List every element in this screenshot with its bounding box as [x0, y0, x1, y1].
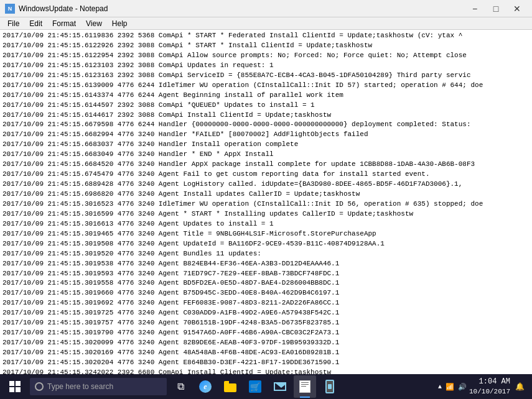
log-line: 2017/10/09 21:45:15.6139009 4776 6244 Id…: [2, 81, 530, 91]
log-line: 2017/10/09 21:45:15.3019558 4776 3240 Ag…: [2, 278, 530, 288]
notepad-taskbar-icon: [299, 380, 310, 393]
log-line: 2017/10/09 21:45:15.6683049 4776 3240 Ha…: [2, 150, 530, 160]
log-line: 2017/10/09 21:45:15.3019757 4776 3240 Ag…: [2, 318, 530, 328]
log-line: 2017/10/09 21:45:15.3019520 4776 3240 Ag…: [2, 249, 530, 259]
logo-quad-1: [9, 381, 14, 386]
log-line: 2017/10/09 21:45:15.6889428 4776 3240 Ag…: [2, 180, 530, 190]
menu-edit[interactable]: Edit: [24, 18, 47, 29]
log-line: 2017/10/09 21:45:15.3019660 4776 3240 Ag…: [2, 288, 530, 298]
log-line: 2017/10/09 21:45:15.3020169 4776 3240 Ag…: [2, 348, 530, 358]
log-line: 2017/10/09 21:45:15.3019725 4776 3240 Ag…: [2, 308, 530, 318]
search-icon: [35, 382, 44, 391]
window-title: WindowsUpdate - Notepad: [19, 4, 108, 13]
log-line: 2017/10/09 21:45:15.6986820 4776 3240 Ag…: [2, 190, 530, 200]
log-line: 2017/10/09 21:45:15.6745479 4776 3240 Ag…: [2, 170, 530, 180]
log-line: 2017/10/09 21:45:15.3020204 4776 3240 Ag…: [2, 358, 530, 368]
menu-file[interactable]: File: [2, 18, 24, 29]
log-line: 2017/10/09 21:45:15.3242022 2392 6680 Co…: [2, 368, 530, 374]
maximize-button[interactable]: □: [486, 2, 506, 15]
window-controls: − □ ✕: [465, 2, 527, 15]
log-line: 2017/10/09 21:45:15.6122926 2392 3088 Co…: [2, 41, 530, 51]
menu-format[interactable]: Format: [47, 18, 81, 29]
log-line: 2017/10/09 21:45:15.3019593 4776 3240 Ag…: [2, 269, 530, 279]
mail-icon: [274, 382, 286, 391]
menu-view[interactable]: View: [81, 18, 107, 29]
file-explorer-icon: [224, 381, 236, 392]
notepad-app-icon: N: [5, 4, 15, 14]
volume-icon[interactable]: 🔊: [458, 383, 467, 391]
search-placeholder: Type here to search: [47, 382, 113, 391]
taskview-icon: ⧉: [177, 381, 184, 393]
phone-icon: [325, 380, 334, 393]
taskview-button[interactable]: ⧉: [169, 375, 192, 398]
log-line: 2017/10/09 21:45:15.3020099 4776 3240 Ag…: [2, 338, 530, 348]
ie-icon: e: [199, 380, 212, 393]
tray-icons: ▲ 📶 🔊: [438, 383, 467, 391]
log-line: 2017/10/09 21:45:15.3016523 4776 3240 Id…: [2, 200, 530, 209]
log-line: 2017/10/09 21:45:15.3016599 4776 3240 Ag…: [2, 209, 530, 219]
log-container[interactable]: 2017/10/09 21:45:15.6119836 2392 5368 Co…: [0, 30, 532, 374]
system-tray: ▲ 📶 🔊 1:04 AM 10/10/2017 🔔: [438, 377, 530, 397]
log-line: 2017/10/09 21:45:15.6122954 2392 3088 Co…: [2, 51, 530, 61]
menu-help[interactable]: Help: [107, 18, 133, 29]
log-line: 2017/10/09 21:45:15.6143374 4776 6244 Ag…: [2, 91, 530, 101]
log-line: 2017/10/09 21:45:15.6684520 4776 3240 Ha…: [2, 160, 530, 170]
datetime[interactable]: 1:04 AM 10/10/2017: [469, 377, 510, 397]
phone-button[interactable]: [319, 375, 341, 398]
log-line: 2017/10/09 21:45:15.3019692 4776 3240 Ag…: [2, 298, 530, 308]
log-line: 2017/10/09 21:45:15.6683037 4776 3240 Ha…: [2, 140, 530, 150]
log-content: 2017/10/09 21:45:15.6119836 2392 5368 Co…: [0, 30, 532, 374]
close-button[interactable]: ✕: [507, 2, 527, 15]
log-line: 2017/10/09 21:45:15.6123103 2392 3088 Co…: [2, 61, 530, 71]
minimize-button[interactable]: −: [465, 2, 485, 15]
clock-date: 10/10/2017: [469, 387, 510, 397]
log-line: 2017/10/09 21:45:15.6144597 2392 3088 Co…: [2, 101, 530, 111]
start-button[interactable]: [2, 374, 27, 399]
network-icon: 📶: [446, 383, 454, 391]
titlebar-left: N WindowsUpdate - Notepad: [5, 4, 108, 14]
log-line: 2017/10/09 21:45:15.6119836 2392 5368 Co…: [2, 31, 530, 41]
log-line: 2017/10/09 21:45:15.3019508 4776 3240 Ag…: [2, 239, 530, 249]
log-line: 2017/10/09 21:45:15.3019465 4776 3240 Ag…: [2, 229, 530, 239]
menubar: File Edit Format View Help: [0, 17, 532, 30]
titlebar: N WindowsUpdate - Notepad − □ ✕: [0, 0, 532, 17]
logo-quad-2: [16, 381, 21, 386]
file-explorer-button[interactable]: [219, 375, 241, 398]
store-icon: 🛒: [249, 380, 261, 393]
mail-button[interactable]: [269, 375, 291, 398]
notification-icon[interactable]: 🔔: [515, 382, 525, 392]
store-button[interactable]: 🛒: [244, 375, 266, 398]
log-line: 2017/10/09 21:45:15.6144617 2392 3088 Co…: [2, 111, 530, 121]
logo-quad-4: [16, 387, 21, 392]
log-line: 2017/10/09 21:45:15.3019790 4776 3240 Ag…: [2, 328, 530, 338]
taskbar: Type here to search ⧉ e 🛒: [0, 374, 532, 399]
arrow-up-icon[interactable]: ▲: [438, 383, 442, 390]
log-line: 2017/10/09 21:45:15.6679598 4776 6244 Ha…: [2, 120, 530, 130]
clock-time: 1:04 AM: [469, 377, 510, 387]
ie-button[interactable]: e: [194, 375, 217, 398]
windows-logo: [9, 381, 21, 392]
logo-quad-3: [9, 387, 14, 392]
log-line: 2017/10/09 21:45:15.3016613 4776 3240 Ag…: [2, 219, 530, 229]
log-line: 2017/10/09 21:45:15.6123163 2392 3088 Co…: [2, 71, 530, 81]
log-line: 2017/10/09 21:45:15.3019538 4776 3240 Ag…: [2, 259, 530, 269]
search-bar[interactable]: Type here to search: [30, 378, 167, 395]
log-line: 2017/10/09 21:45:15.6682994 4776 3240 Ha…: [2, 130, 530, 140]
notepad-taskbar-button[interactable]: [294, 375, 316, 398]
